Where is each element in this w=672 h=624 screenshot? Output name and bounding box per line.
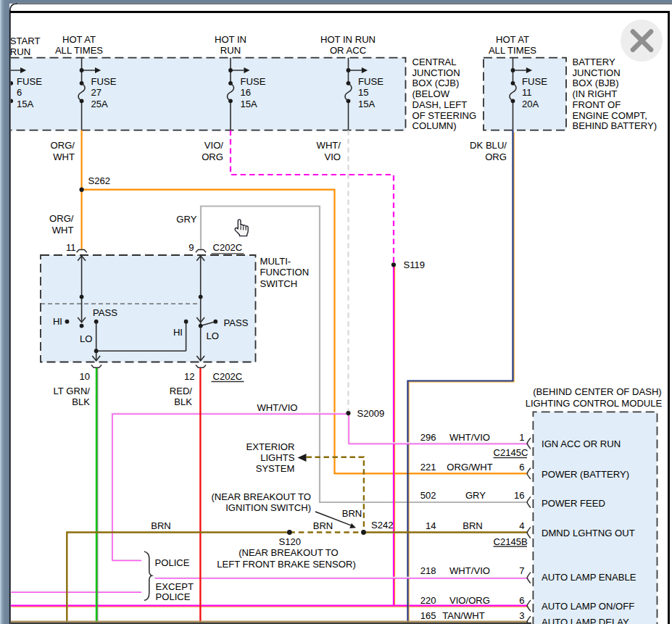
- svg-text:BRN: BRN: [462, 520, 483, 531]
- svg-text:SWITCH: SWITCH: [260, 278, 298, 289]
- svg-text:15A: 15A: [358, 99, 376, 109]
- svg-text:ORG/WHT: ORG/WHT: [447, 462, 492, 473]
- svg-text:BRN: BRN: [313, 520, 333, 531]
- svg-text:165: 165: [420, 610, 436, 621]
- svg-text:7: 7: [519, 565, 524, 576]
- svg-text:HOT AT: HOT AT: [496, 34, 529, 45]
- svg-text:BEHIND BATTERY): BEHIND BATTERY): [573, 120, 658, 131]
- svg-text:C202C: C202C: [213, 371, 243, 382]
- svg-text:BRN: BRN: [151, 520, 171, 531]
- svg-text:VIO: VIO: [324, 151, 341, 162]
- svg-text:VIO/: VIO/: [204, 140, 224, 151]
- svg-text:IGN ACC OR RUN: IGN ACC OR RUN: [542, 438, 621, 449]
- svg-text:20A: 20A: [522, 99, 539, 109]
- svg-text:WHT/VIO: WHT/VIO: [257, 402, 297, 413]
- svg-text:FUNCTION: FUNCTION: [260, 267, 310, 278]
- svg-text:WHT/VIO: WHT/VIO: [449, 565, 490, 576]
- svg-text:JUNCTION: JUNCTION: [412, 67, 460, 78]
- svg-text:AUTO LAMP DELAY: AUTO LAMP DELAY: [542, 617, 629, 624]
- svg-text:(BEHIND CENTER OF DASH): (BEHIND CENTER OF DASH): [533, 386, 662, 397]
- svg-text:LO: LO: [207, 330, 219, 341]
- svg-text:WHT: WHT: [52, 225, 74, 236]
- svg-text:6: 6: [17, 87, 22, 98]
- svg-text:(NEAR BREAKOUT TO: (NEAR BREAKOUT TO: [211, 491, 311, 502]
- svg-text:27: 27: [91, 87, 102, 98]
- svg-text:DK BLU/: DK BLU/: [470, 140, 507, 151]
- svg-text:C2145C: C2145C: [494, 447, 528, 458]
- svg-text:15: 15: [358, 87, 369, 98]
- svg-text:TAN/WHT: TAN/WHT: [442, 610, 485, 621]
- svg-text:PASS: PASS: [93, 307, 117, 318]
- svg-text:C202C: C202C: [213, 242, 243, 253]
- svg-text:ALL TIMES: ALL TIMES: [55, 45, 103, 56]
- svg-text:25A: 25A: [91, 99, 109, 109]
- svg-text:AUTO LAMP ENABLE: AUTO LAMP ENABLE: [542, 572, 636, 583]
- svg-text:POWER FEED: POWER FEED: [542, 498, 605, 509]
- svg-text:14: 14: [426, 520, 436, 531]
- svg-text:502: 502: [420, 490, 436, 501]
- svg-text:POLICE: POLICE: [156, 591, 191, 602]
- svg-text:START: START: [10, 36, 41, 46]
- svg-text:S242: S242: [371, 520, 394, 531]
- svg-text:LEFT FRONT BRAKE SENSOR): LEFT FRONT BRAKE SENSOR): [217, 559, 356, 570]
- svg-text:DMND LGHTNG OUT: DMND LGHTNG OUT: [542, 528, 635, 538]
- svg-text:S262: S262: [88, 175, 111, 186]
- svg-text:FRONT OF: FRONT OF: [573, 99, 621, 110]
- svg-text:11: 11: [66, 242, 76, 253]
- svg-text:3: 3: [519, 610, 524, 621]
- svg-text:AUTO LAMP ON/OFF: AUTO LAMP ON/OFF: [542, 601, 634, 612]
- svg-text:(NEAR BREAKOUT TO: (NEAR BREAKOUT TO: [238, 547, 339, 558]
- svg-text:HOT AT: HOT AT: [62, 34, 96, 45]
- svg-text:BATTERY: BATTERY: [573, 57, 615, 67]
- svg-text:16: 16: [241, 87, 252, 98]
- svg-text:11: 11: [522, 87, 532, 98]
- svg-text:JUNCTION: JUNCTION: [573, 67, 621, 78]
- svg-text:1: 1: [519, 432, 524, 443]
- svg-text:RUN: RUN: [220, 45, 241, 56]
- svg-text:C2145B: C2145B: [494, 536, 528, 547]
- svg-text:10: 10: [79, 371, 90, 382]
- svg-text:ORG: ORG: [202, 151, 223, 162]
- svg-text:PASS: PASS: [224, 317, 249, 328]
- svg-text:4: 4: [519, 520, 524, 531]
- svg-text:HI: HI: [173, 327, 183, 338]
- svg-text:FUSE: FUSE: [91, 76, 117, 87]
- svg-text:15A: 15A: [17, 99, 34, 109]
- svg-text:HOT IN RUN: HOT IN RUN: [320, 34, 376, 45]
- svg-text:HOT IN: HOT IN: [215, 34, 246, 45]
- svg-text:IGNITION SWITCH): IGNITION SWITCH): [225, 502, 311, 513]
- svg-text:SYSTEM: SYSTEM: [256, 463, 295, 474]
- svg-text:BRN: BRN: [342, 508, 362, 519]
- svg-text:S120: S120: [279, 536, 302, 547]
- svg-text:(BELOW: (BELOW: [412, 88, 450, 99]
- svg-text:S2009: S2009: [357, 408, 385, 419]
- svg-text:FUSE: FUSE: [17, 76, 42, 87]
- svg-text:FUSE: FUSE: [241, 76, 266, 87]
- svg-text:FUSE: FUSE: [358, 76, 383, 87]
- svg-text:221: 221: [420, 462, 436, 473]
- svg-text:9: 9: [188, 242, 194, 253]
- svg-text:BLK: BLK: [72, 396, 90, 407]
- svg-text:S119: S119: [404, 259, 426, 270]
- svg-text:BOX (BJB): BOX (BJB): [573, 78, 619, 88]
- svg-text:LIGHTING CONTROL MODULE: LIGHTING CONTROL MODULE: [526, 398, 663, 409]
- svg-text:ORG/: ORG/: [49, 213, 74, 224]
- svg-text:BOX (CJB): BOX (CJB): [412, 78, 460, 88]
- svg-text:ORG: ORG: [485, 151, 507, 162]
- svg-text:LIGHTS: LIGHTS: [260, 452, 295, 463]
- svg-text:OF STEERING: OF STEERING: [412, 110, 477, 121]
- svg-text:CENTRAL: CENTRAL: [412, 57, 457, 67]
- svg-text:VIO/ORG: VIO/ORG: [449, 595, 490, 606]
- svg-text:GRY: GRY: [176, 214, 196, 225]
- svg-text:POLICE: POLICE: [155, 557, 190, 568]
- svg-text:DASH, LEFT: DASH, LEFT: [412, 99, 468, 110]
- svg-text:RED/: RED/: [170, 386, 193, 396]
- svg-text:BLK: BLK: [174, 396, 192, 407]
- svg-text:6: 6: [519, 462, 524, 473]
- svg-text:FUSE: FUSE: [522, 76, 547, 87]
- svg-text:HI: HI: [53, 316, 62, 327]
- svg-text:WHT/VIO: WHT/VIO: [449, 432, 490, 443]
- svg-text:218: 218: [420, 565, 436, 576]
- svg-text:ALL TIMES: ALL TIMES: [489, 45, 536, 56]
- svg-text:296: 296: [420, 432, 436, 443]
